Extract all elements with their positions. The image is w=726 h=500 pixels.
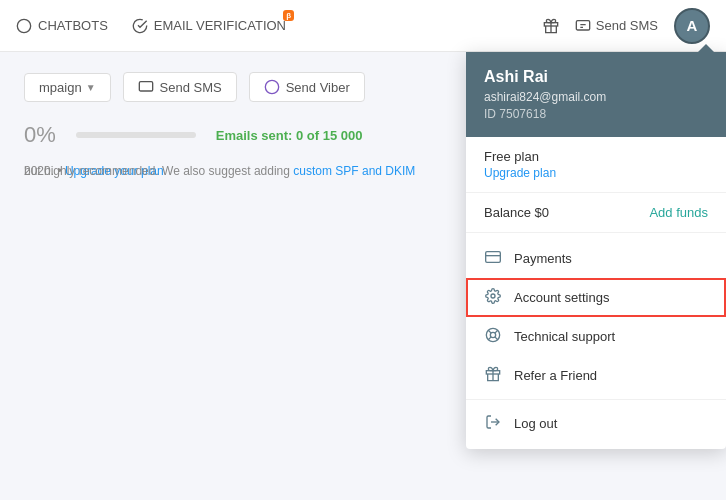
account-settings-label: Account settings	[514, 290, 609, 305]
logout-icon	[484, 414, 502, 433]
emails-sent-label: Emails sent: 0 of 15 000	[216, 128, 363, 143]
nav-chatbots[interactable]: CHATBOTS	[16, 18, 108, 34]
payments-label: Payments	[514, 251, 572, 266]
nav-email-verification[interactable]: EMAIL VERIFICATION β	[132, 18, 286, 34]
viber-icon	[264, 79, 280, 95]
progress-bar	[76, 132, 196, 138]
menu-item-payments[interactable]: Payments	[466, 239, 726, 278]
dropdown-header: Ashi Rai ashirai824@gmail.com ID 7507618	[466, 52, 726, 137]
svg-line-13	[488, 337, 491, 340]
menu-item-account-settings[interactable]: Account settings	[466, 278, 726, 317]
refer-friend-label: Refer a Friend	[514, 368, 597, 383]
percent-label: 0%	[24, 122, 56, 148]
chatbots-icon	[16, 18, 32, 34]
technical-support-label: Technical support	[514, 329, 615, 344]
user-email: ashirai824@gmail.com	[484, 90, 708, 104]
topnav-right: Send SMS A	[543, 8, 710, 44]
payments-icon	[484, 249, 502, 268]
logout-label: Log out	[514, 416, 557, 431]
nav-items: CHATBOTS EMAIL VERIFICATION β	[16, 18, 543, 34]
gear-icon	[484, 288, 502, 307]
svg-rect-4	[139, 82, 152, 91]
dropdown-menu-items: Payments Account settings Technical supp…	[466, 233, 726, 449]
add-funds-link[interactable]: Add funds	[649, 205, 708, 220]
send-sms-nav-label: Send SMS	[596, 18, 658, 33]
campaign-label: mpaign	[39, 80, 82, 95]
balance-label: Balance $0	[484, 205, 549, 220]
chatbots-label: CHATBOTS	[38, 18, 108, 33]
avatar-button[interactable]: A	[674, 8, 710, 44]
campaign-dropdown-arrow: ▼	[86, 82, 96, 93]
top-navigation: CHATBOTS EMAIL VERIFICATION β Send SMS A	[0, 0, 726, 52]
svg-line-10	[488, 330, 491, 333]
svg-point-9	[490, 332, 495, 337]
upgrade-plan-dropdown-link[interactable]: Upgrade plan	[484, 166, 708, 180]
beta-badge: β	[283, 10, 294, 21]
refer-gift-icon	[484, 366, 502, 385]
emails-sent-suffix: of 15 000	[303, 128, 362, 143]
send-viber-button[interactable]: Send Viber	[249, 72, 365, 102]
send-viber-label: Send Viber	[286, 80, 350, 95]
user-name: Ashi Rai	[484, 68, 708, 86]
svg-line-11	[495, 337, 498, 340]
spf-dkim-link[interactable]: custom SPF and DKIM	[293, 164, 415, 178]
email-verification-icon	[132, 18, 148, 34]
svg-rect-5	[486, 252, 501, 263]
gift-button[interactable]	[543, 18, 559, 34]
sms-secondary-icon	[138, 79, 154, 95]
send-sms-nav-button[interactable]: Send SMS	[575, 18, 658, 34]
dropdown-caret	[698, 44, 714, 52]
campaign-button[interactable]: mpaign ▼	[24, 73, 111, 102]
menu-item-refer-friend[interactable]: Refer a Friend	[466, 356, 726, 395]
menu-item-technical-support[interactable]: Technical support	[466, 317, 726, 356]
email-verification-label: EMAIL VERIFICATION	[154, 18, 286, 33]
gift-icon	[543, 18, 559, 34]
send-sms-secondary-label: Send SMS	[160, 80, 222, 95]
user-dropdown: Ashi Rai ashirai824@gmail.com ID 7507618…	[466, 52, 726, 449]
avatar-label: A	[687, 17, 698, 34]
svg-point-7	[491, 294, 495, 298]
support-icon	[484, 327, 502, 346]
emails-sent-prefix: Emails sent:	[216, 128, 296, 143]
bottom-text-content: but highly recommended. We also suggest …	[24, 164, 293, 178]
menu-item-logout[interactable]: Log out	[466, 404, 726, 443]
menu-divider	[466, 399, 726, 400]
svg-line-12	[495, 330, 498, 333]
dropdown-balance: Balance $0 Add funds	[466, 193, 726, 233]
dropdown-plan: Free plan Upgrade plan	[466, 137, 726, 193]
user-id: ID 7507618	[484, 107, 708, 121]
send-sms-secondary-button[interactable]: Send SMS	[123, 72, 237, 102]
plan-name: Free plan	[484, 149, 708, 164]
sms-icon	[575, 18, 591, 34]
